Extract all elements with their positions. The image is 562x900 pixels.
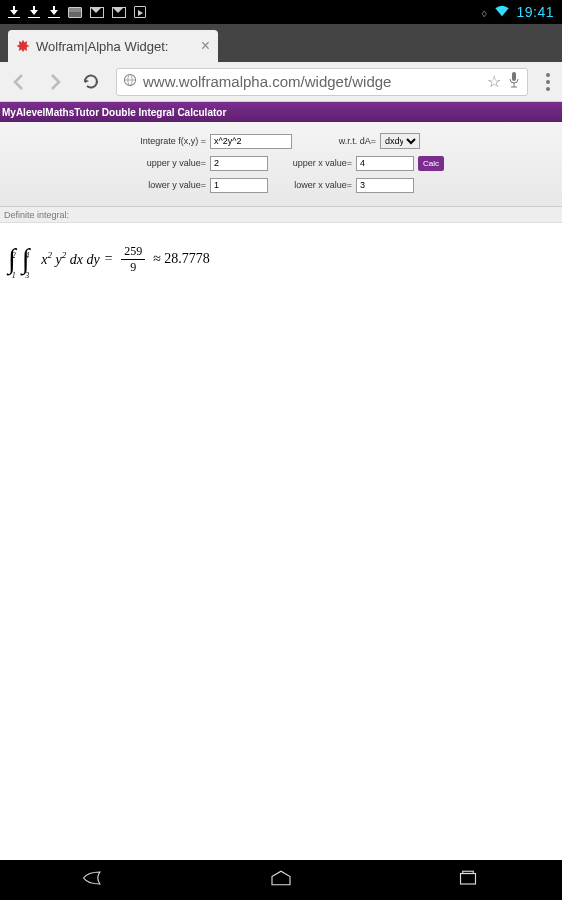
lower-y-input[interactable] bbox=[210, 178, 268, 193]
lower-y-label: lower y value= bbox=[0, 180, 210, 190]
wrt-select[interactable]: dxdy bbox=[380, 133, 420, 149]
approx-value: ≈ 28.7778 bbox=[153, 251, 210, 267]
wrt-label: w.r.t. dA= bbox=[292, 136, 380, 146]
download-icon bbox=[28, 6, 40, 18]
bookmark-star-icon[interactable]: ☆ bbox=[487, 72, 501, 91]
image-icon bbox=[68, 7, 82, 18]
reload-button[interactable] bbox=[80, 71, 102, 93]
forward-button[interactable] bbox=[44, 71, 66, 93]
wolfram-favicon-icon bbox=[16, 39, 30, 53]
download-icon bbox=[8, 6, 20, 18]
tab-title: Wolfram|Alpha Widget: bbox=[36, 39, 168, 54]
svg-marker-0 bbox=[17, 40, 30, 53]
recents-nav-button[interactable] bbox=[453, 866, 483, 894]
svg-rect-8 bbox=[463, 871, 474, 873]
browser-tab[interactable]: Wolfram|Alpha Widget: × bbox=[8, 30, 218, 62]
upper-x-input[interactable] bbox=[356, 156, 414, 171]
upper-y-label: upper y value= bbox=[0, 158, 210, 168]
upper-y-input[interactable] bbox=[210, 156, 268, 171]
page-content: MyAlevelMathsTutor Double Integral Calcu… bbox=[0, 102, 562, 900]
lower-x-input[interactable] bbox=[356, 178, 414, 193]
calc-button[interactable]: Calc bbox=[418, 156, 444, 171]
url-text: www.wolframalpha.com/widget/widge bbox=[143, 73, 481, 90]
tab-strip: Wolfram|Alpha Widget: × bbox=[0, 24, 562, 62]
play-store-icon bbox=[134, 6, 146, 18]
integrate-label: Integrate f(x,y) = bbox=[0, 136, 210, 146]
bluetooth-icon: ⬨ bbox=[480, 4, 488, 20]
overflow-menu-button[interactable] bbox=[542, 73, 554, 91]
status-bar: ⬨ 19:41 bbox=[0, 0, 562, 24]
system-nav-bar bbox=[0, 860, 562, 900]
svg-rect-7 bbox=[461, 874, 476, 885]
svg-rect-4 bbox=[512, 72, 516, 81]
home-nav-button[interactable] bbox=[266, 866, 296, 894]
back-button[interactable] bbox=[8, 71, 30, 93]
upper-x-label: upper x value= bbox=[268, 158, 356, 168]
mic-icon[interactable] bbox=[507, 71, 521, 92]
widget-title-bar: MyAlevelMathsTutor Double Integral Calcu… bbox=[0, 102, 562, 122]
globe-icon bbox=[123, 73, 137, 90]
download-icon bbox=[48, 6, 60, 18]
integrand: x2 y2 dx dy bbox=[41, 250, 99, 268]
result-formula: ∫12 ∫34 x2 y2 dx dy = 259 9 ≈ 28.7778 bbox=[0, 223, 562, 295]
wifi-icon bbox=[494, 4, 510, 20]
function-input[interactable] bbox=[210, 134, 292, 149]
close-icon[interactable]: × bbox=[201, 37, 210, 55]
browser-toolbar: www.wolframalpha.com/widget/widge ☆ bbox=[0, 62, 562, 102]
back-nav-button[interactable] bbox=[79, 866, 109, 894]
fraction: 259 9 bbox=[121, 244, 145, 275]
url-input[interactable]: www.wolframalpha.com/widget/widge ☆ bbox=[116, 68, 528, 96]
mail-icon bbox=[112, 7, 126, 18]
lower-x-label: lower x value= bbox=[268, 180, 356, 190]
mail-icon bbox=[90, 7, 104, 18]
clock: 19:41 bbox=[516, 4, 554, 20]
result-header: Definite integral: bbox=[0, 207, 562, 223]
widget-form: Integrate f(x,y) = w.r.t. dA= dxdy upper… bbox=[0, 122, 562, 207]
